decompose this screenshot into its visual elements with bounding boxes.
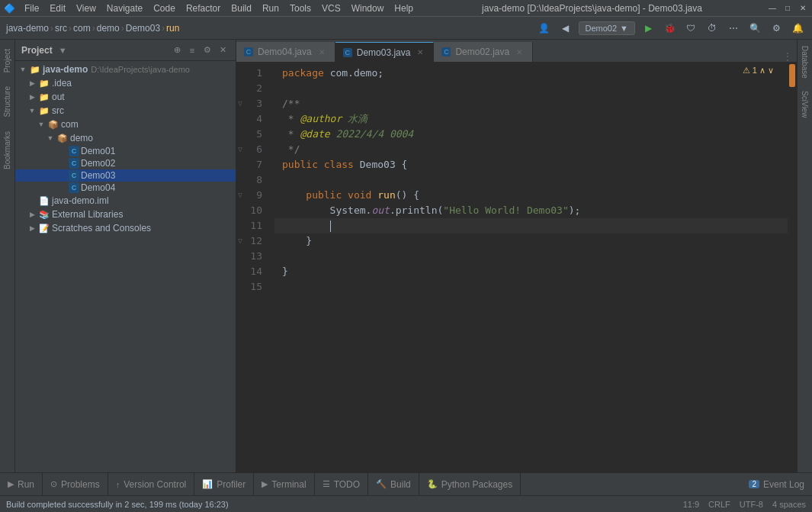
breadcrumb-demo[interactable]: demo	[97, 23, 120, 34]
menu-build[interactable]: Build	[226, 2, 256, 15]
tree-item-ext-libs[interactable]: ▶ 📚 External Libraries	[15, 208, 236, 221]
bottom-tab-build[interactable]: 🔨 Build	[368, 473, 419, 495]
nav-bar: java-demo › src › com › demo › Demo03 › …	[0, 17, 812, 40]
tree-path: D:\IdeaProjects\java-demo	[91, 65, 190, 74]
sidebar-item-project[interactable]: Project	[2, 43, 13, 79]
fold-icon-6[interactable]: ▽	[238, 142, 242, 157]
menu-run[interactable]: Run	[258, 2, 284, 15]
sidebar-item-structure[interactable]: Structure	[2, 80, 13, 124]
tree-item-java-demo[interactable]: ▼ 📁 java-demo D:\IdeaProjects\java-demo	[15, 63, 236, 76]
tree-item-demo[interactable]: ▼ 📦 demo	[15, 131, 236, 145]
demo04-tab-close[interactable]: ✕	[316, 47, 327, 57]
tree-item-src[interactable]: ▼ 📁 src	[15, 104, 236, 118]
coverage-button[interactable]: 🛡	[682, 20, 699, 37]
tree-item-demo02[interactable]: ▶ C Demo02	[15, 157, 236, 169]
menu-file[interactable]: File	[20, 2, 43, 15]
maximize-button[interactable]: □	[782, 2, 794, 14]
warning-up-icon: ∧	[759, 66, 765, 75]
project-panel: Project ▼ ⊕ ≡ ⚙ ✕ ▼ 📁 java-demo D:\IdeaP…	[15, 40, 236, 472]
demo-package-icon: 📦	[56, 132, 69, 144]
tab-overflow-button[interactable]: ⋮	[778, 51, 797, 62]
tree-label-demo03: Demo03	[81, 170, 115, 181]
bottom-tab-python-packages[interactable]: 🐍 Python Packages	[419, 473, 521, 495]
warning-badge[interactable]: ⚠ 1 ∧ ∨	[743, 66, 774, 76]
right-panel-scview[interactable]: SciView	[799, 85, 810, 124]
tree-item-demo01[interactable]: ▶ C Demo01	[15, 145, 236, 157]
minimize-button[interactable]: —	[766, 2, 778, 14]
tab-demo04[interactable]: C Demo04.java ✕	[236, 42, 335, 62]
breadcrumb-demo03[interactable]: Demo03	[126, 23, 160, 34]
tree-item-iml[interactable]: ▶ 📄 java-demo.iml	[15, 194, 236, 208]
tree-item-com[interactable]: ▼ 📦 com	[15, 118, 236, 131]
menu-tools[interactable]: Tools	[285, 2, 316, 15]
breadcrumb-src[interactable]: src	[55, 23, 67, 34]
menu-view[interactable]: View	[72, 2, 101, 15]
debug-button[interactable]: 🐞	[661, 20, 678, 37]
status-encoding[interactable]: UTF-8	[740, 500, 763, 509]
fold-icon-9[interactable]: ▽	[238, 188, 242, 203]
close-button[interactable]: ✕	[797, 2, 809, 14]
tab-demo03[interactable]: C Demo03.java ✕	[335, 42, 435, 62]
menu-navigate[interactable]: Navigate	[102, 2, 147, 15]
bottom-tab-problems[interactable]: ⊙ Problems	[43, 473, 108, 495]
event-log[interactable]: 2 Event Log	[741, 479, 812, 490]
menu-help[interactable]: Help	[390, 2, 418, 15]
tree-item-scratches[interactable]: ▶ 📝 Scratches and Consoles	[15, 221, 236, 235]
menu-refactor[interactable]: Refactor	[181, 2, 225, 15]
status-position[interactable]: 11:9	[683, 500, 699, 509]
right-panel-database[interactable]: Database	[799, 40, 810, 85]
profile-button[interactable]: ⏱	[704, 20, 721, 37]
panel-gear-icon[interactable]: ⚙	[201, 43, 214, 57]
bottom-tab-build-label: Build	[390, 479, 411, 490]
bottom-tab-version-control[interactable]: ↑ Version Control	[108, 473, 195, 495]
nav-search-icon[interactable]: 👤	[536, 20, 553, 37]
gutter-error-marker[interactable]	[789, 64, 795, 87]
run-config-dropdown[interactable]: Demo02 ▼	[579, 21, 635, 35]
tree-item-out[interactable]: ▶ 📁 out	[15, 90, 236, 104]
panel-close-icon[interactable]: ✕	[216, 43, 229, 57]
line-num-6: ▽6	[236, 142, 268, 157]
tree-item-demo03[interactable]: ▶ C Demo03	[15, 169, 236, 182]
bottom-tab-todo[interactable]: ☰ TODO	[315, 473, 368, 495]
tree-label-idea: .idea	[52, 78, 72, 89]
right-gutter[interactable]	[788, 63, 797, 472]
menu-window[interactable]: Window	[347, 2, 389, 15]
bottom-tab-profiler[interactable]: 📊 Profiler	[194, 473, 254, 495]
tree-item-idea[interactable]: ▶ 📁 .idea	[15, 76, 236, 90]
tree-item-demo04[interactable]: ▶ C Demo04	[15, 182, 236, 194]
panel-locate-icon[interactable]: ⊕	[170, 43, 184, 57]
breadcrumb-java-demo[interactable]: java-demo	[6, 23, 49, 34]
build-icon: 🔨	[376, 479, 387, 489]
menu-edit[interactable]: Edit	[45, 2, 70, 15]
more-run-options[interactable]: ⋯	[725, 20, 742, 37]
breadcrumb-com[interactable]: com	[73, 23, 91, 34]
sidebar-item-bookmarks[interactable]: Bookmarks	[2, 125, 13, 175]
demo03-tab-close[interactable]: ✕	[415, 47, 425, 58]
settings-icon[interactable]: ⚙	[768, 20, 785, 37]
run-button[interactable]: ▶	[640, 20, 656, 37]
breadcrumb-run[interactable]: run	[166, 23, 179, 34]
bottom-tab-terminal[interactable]: ▶ Terminal	[254, 473, 314, 495]
line-numbers: 1 2 ▽3 4 5 ▽6 7 8 ▽9 10 11 ▽12	[236, 63, 274, 472]
notification-icon[interactable]: 🔔	[789, 20, 806, 37]
token-keyword: package	[282, 66, 330, 81]
terminal-icon: ▶	[262, 479, 268, 489]
status-indent[interactable]: 4 spaces	[772, 500, 806, 509]
menu-vcs[interactable]: VCS	[317, 2, 345, 15]
fold-icon-12[interactable]: ▽	[238, 233, 242, 249]
menu-code[interactable]: Code	[149, 2, 180, 15]
tab-demo02[interactable]: C Demo02.java ✕	[434, 42, 533, 62]
demo02-tab-close[interactable]: ✕	[514, 47, 525, 57]
panel-collapse-icon[interactable]: ≡	[185, 43, 199, 57]
panel-dropdown-icon[interactable]: ▼	[59, 46, 67, 55]
fold-icon-3[interactable]: ▽	[238, 96, 242, 111]
search-everywhere-icon[interactable]: 🔍	[746, 20, 763, 37]
bottom-tab-terminal-label: Terminal	[271, 479, 306, 490]
code-content[interactable]: package com.demo; /** * @author 水滴 * @da…	[274, 63, 788, 472]
status-line-ending[interactable]: CRLF	[708, 500, 730, 509]
line-num-2: 2	[236, 81, 268, 96]
nav-back-icon[interactable]: ◀	[557, 20, 574, 37]
bottom-tab-run[interactable]: ▶ Run	[0, 473, 43, 495]
code-editor[interactable]: 1 2 ▽3 4 5 ▽6 7 8 ▽9 10 11 ▽12	[236, 63, 797, 472]
token-string: "Hello World! Demo03"	[443, 203, 568, 218]
